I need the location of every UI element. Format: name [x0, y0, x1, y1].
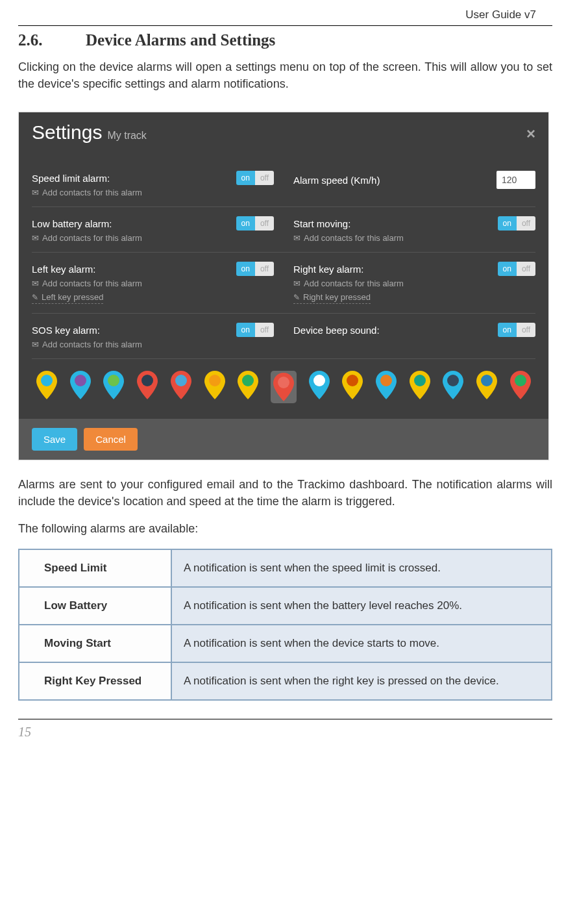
alarm-desc: A notification is sent when the right ke…: [171, 662, 552, 700]
alarm-name: Right Key Pressed: [19, 662, 171, 700]
svg-point-9: [347, 375, 358, 386]
table-row: Moving StartA notification is sent when …: [19, 625, 552, 662]
setting-cell-left: SOS key alarm:onoffAdd contacts for this…: [32, 323, 274, 349]
setting-cell-right: Device beep sound:onoff: [293, 323, 535, 349]
settings-panel: Settings My track × Speed limit alarm:on…: [18, 112, 549, 460]
header-rule: [18, 25, 552, 26]
setting-cell-left: Left key alarm:onoffAdd contacts for thi…: [32, 262, 274, 304]
setting-label: Right key alarm:: [293, 264, 363, 275]
key-pressed-field[interactable]: Left key pressed: [32, 292, 103, 304]
setting-cell-left: Low battery alarm:onoffAdd contacts for …: [32, 216, 274, 243]
add-contacts-link[interactable]: Add contacts for this alarm: [32, 188, 274, 197]
settings-row: Speed limit alarm:onoffAdd contacts for …: [32, 162, 535, 207]
toggle-switch[interactable]: onoff: [498, 216, 535, 231]
svg-point-2: [108, 375, 119, 386]
setting-label: Start moving:: [293, 218, 350, 229]
map-pin-icon[interactable]: [509, 371, 532, 399]
svg-point-3: [141, 375, 153, 386]
svg-point-10: [380, 375, 392, 386]
svg-point-14: [515, 375, 526, 386]
add-contacts-link[interactable]: Add contacts for this alarm: [32, 233, 274, 243]
save-button[interactable]: Save: [32, 428, 77, 451]
map-pin-icon[interactable]: [308, 371, 330, 399]
setting-cell-right: Right key alarm:onoffAdd contacts for th…: [293, 262, 535, 304]
map-pin-icon[interactable]: [103, 371, 125, 399]
svg-point-13: [481, 375, 493, 386]
map-pin-icon[interactable]: [442, 371, 464, 399]
key-pressed-field[interactable]: Right key pressed: [293, 292, 371, 304]
svg-point-4: [175, 375, 187, 386]
pin-icon-row: [32, 359, 535, 406]
toggle-switch[interactable]: onoff: [236, 323, 274, 337]
alarm-speed-input[interactable]: [497, 171, 535, 189]
setting-label: Speed limit alarm:: [32, 173, 110, 184]
table-row: Speed LimitA notification is sent when t…: [19, 549, 552, 587]
map-pin-icon[interactable]: [341, 371, 363, 399]
map-pin-icon[interactable]: [375, 371, 397, 399]
page-number: 15: [18, 725, 552, 740]
table-row: Low BatteryA notification is sent when t…: [19, 587, 552, 625]
map-pin-icon[interactable]: [409, 371, 431, 399]
settings-row: Low battery alarm:onoffAdd contacts for …: [32, 207, 535, 253]
doc-header: User Guide v7: [18, 8, 552, 21]
setting-label: Low battery alarm:: [32, 218, 112, 229]
svg-point-5: [209, 375, 221, 386]
alarm-desc: A notification is sent when the speed li…: [171, 549, 552, 587]
map-pin-icon[interactable]: [237, 371, 259, 399]
setting-cell-left: Speed limit alarm:onoffAdd contacts for …: [32, 171, 274, 197]
svg-point-11: [414, 375, 426, 386]
svg-point-8: [313, 375, 325, 386]
settings-title: Settings: [32, 121, 102, 144]
svg-point-0: [41, 375, 53, 386]
section-title: Device Alarms and Settings: [86, 31, 275, 49]
map-pin-icon[interactable]: [271, 371, 297, 403]
alarm-table: Speed LimitA notification is sent when t…: [18, 549, 552, 701]
footer-rule: [18, 719, 552, 719]
cancel-button[interactable]: Cancel: [84, 428, 138, 451]
alarm-name: Speed Limit: [19, 549, 171, 587]
alarm-name: Low Battery: [19, 587, 171, 625]
section-number: 2.6.: [18, 31, 86, 49]
setting-label: SOS key alarm:: [32, 325, 100, 336]
toggle-switch[interactable]: onoff: [236, 216, 274, 231]
svg-point-6: [242, 375, 254, 386]
table-row: Right Key PressedA notification is sent …: [19, 662, 552, 700]
svg-point-12: [447, 375, 459, 386]
setting-label: Device beep sound:: [293, 325, 380, 336]
settings-footer: Save Cancel: [19, 419, 548, 460]
toggle-switch[interactable]: onoff: [498, 262, 535, 276]
add-contacts-link[interactable]: Add contacts for this alarm: [293, 233, 535, 243]
setting-cell-right: Alarm speed (Km/h): [293, 171, 535, 197]
settings-subtitle: My track: [107, 130, 146, 142]
add-contacts-link[interactable]: Add contacts for this alarm: [293, 279, 535, 288]
settings-row: SOS key alarm:onoffAdd contacts for this…: [32, 314, 535, 359]
settings-row: Left key alarm:onoffAdd contacts for thi…: [32, 253, 535, 314]
svg-point-7: [278, 377, 289, 388]
toggle-switch[interactable]: onoff: [236, 171, 274, 185]
alarm-desc: A notification is sent when the device s…: [171, 625, 552, 662]
setting-label: Left key alarm:: [32, 264, 95, 275]
map-pin-icon[interactable]: [476, 371, 498, 399]
settings-body: Speed limit alarm:onoffAdd contacts for …: [19, 153, 548, 419]
list-intro: The following alarms are available:: [18, 520, 552, 537]
add-contacts-link[interactable]: Add contacts for this alarm: [32, 340, 274, 349]
setting-label: Alarm speed (Km/h): [293, 175, 380, 186]
intro-paragraph: Clicking on the device alarms will open …: [18, 58, 552, 92]
settings-header: Settings My track ×: [19, 112, 548, 153]
toggle-switch[interactable]: onoff: [236, 262, 274, 276]
svg-point-1: [75, 375, 86, 386]
section-heading: 2.6.Device Alarms and Settings: [18, 31, 552, 49]
map-pin-icon[interactable]: [170, 371, 192, 399]
map-pin-icon[interactable]: [136, 371, 158, 399]
map-pin-icon[interactable]: [36, 371, 58, 399]
toggle-switch[interactable]: onoff: [498, 323, 535, 337]
map-pin-icon[interactable]: [69, 371, 92, 399]
add-contacts-link[interactable]: Add contacts for this alarm: [32, 279, 274, 288]
alarm-desc: A notification is sent when the battery …: [171, 587, 552, 625]
setting-cell-right: Start moving:onoffAdd contacts for this …: [293, 216, 535, 243]
close-icon[interactable]: ×: [526, 125, 535, 143]
map-pin-icon[interactable]: [204, 371, 226, 399]
alarm-name: Moving Start: [19, 625, 171, 662]
after-panel-paragraph: Alarms are sent to your configured email…: [18, 476, 552, 510]
